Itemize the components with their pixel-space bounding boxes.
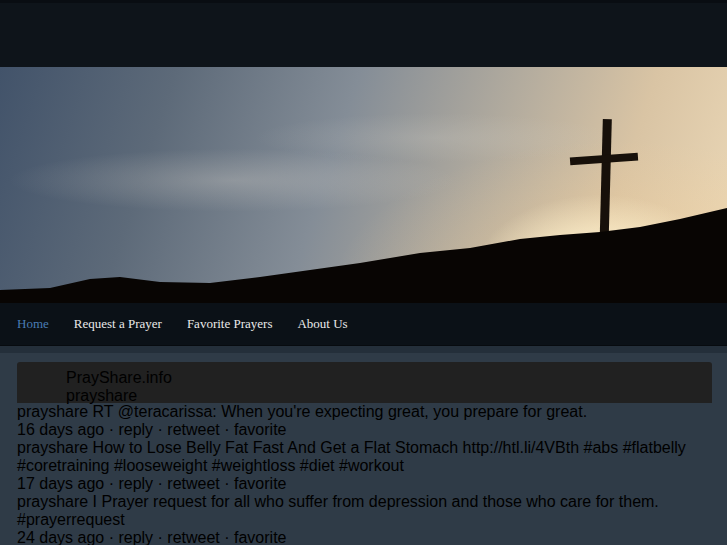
favorite-link[interactable]: favorite	[234, 529, 286, 545]
tweet-timestamp: 17 days ago	[17, 475, 104, 492]
page-body: PrayShare.info prayshare prayshare RT @t…	[0, 346, 727, 545]
tweet-row: prayshare RT @teracarissa: When you're e…	[17, 403, 712, 439]
tweet-meta: 16 days ago · reply · retweet · favorite	[17, 421, 712, 439]
tweet-meta: 24 days ago · reply · retweet · favorite	[17, 529, 712, 545]
nav-item-favorite-prayers[interactable]: Favorite Prayers	[187, 316, 273, 332]
tweet-text-segment: : When you're expecting great, you prepa…	[212, 403, 587, 420]
widget-title: PrayShare.info	[66, 369, 712, 387]
tweet-list: prayshare RT @teracarissa: When you're e…	[17, 403, 712, 545]
retweet-link[interactable]: retweet	[167, 529, 219, 545]
username-link[interactable]: prayshare	[17, 493, 88, 510]
nav-item-home[interactable]: Home	[17, 316, 49, 332]
reply-link[interactable]: reply	[118, 475, 153, 492]
cross-hill-silhouette	[0, 67, 727, 303]
widget-username[interactable]: prayshare	[66, 387, 712, 405]
twitter-feed-widget: PrayShare.info prayshare prayshare RT @t…	[17, 362, 712, 545]
tweet-text-segment: I Prayer request for all who suffer from…	[88, 493, 659, 510]
tweet-text: prayshare I Prayer request for all who s…	[17, 493, 659, 528]
main-nav: Home Request a Prayer Favorite Prayers A…	[0, 303, 727, 346]
favorite-link[interactable]: favorite	[234, 475, 286, 492]
tweet-text: prayshare How to Lose Belly Fat Fast And…	[17, 439, 686, 474]
reply-link[interactable]: reply	[118, 421, 153, 438]
twitter-widget-header: PrayShare.info prayshare	[17, 362, 712, 403]
tweet-text: prayshare RT @teracarissa: When you're e…	[17, 403, 587, 420]
tweet-row: prayshare How to Lose Belly Fat Fast And…	[17, 439, 712, 493]
favorite-link[interactable]: favorite	[234, 421, 286, 438]
tweet-text-segment: How to Lose Belly Fat Fast And Get a Fla…	[88, 439, 462, 456]
profile-avatar	[28, 369, 54, 395]
retweet-link[interactable]: retweet	[167, 475, 219, 492]
site-header	[0, 0, 727, 67]
tweet-row: prayshare I Prayer request for all who s…	[17, 493, 712, 545]
tweet-timestamp: 16 days ago	[17, 421, 104, 438]
tweet-text-segment: RT @	[88, 403, 134, 420]
tweet-avatar	[11, 7, 37, 33]
tweet-timestamp: 24 days ago	[17, 529, 104, 545]
mention-link[interactable]: teracarissa	[134, 403, 212, 420]
hero-image	[0, 67, 727, 303]
nav-item-about-us[interactable]: About Us	[297, 316, 347, 332]
retweet-link[interactable]: retweet	[167, 421, 219, 438]
tweet-meta: 17 days ago · reply · retweet · favorite	[17, 475, 712, 493]
hashtag-link[interactable]: #prayerrequest	[17, 511, 125, 528]
username-link[interactable]: prayshare	[17, 439, 88, 456]
reply-link[interactable]: reply	[118, 529, 153, 545]
username-link[interactable]: prayshare	[17, 403, 88, 420]
nav-item-request-a-prayer[interactable]: Request a Prayer	[74, 316, 162, 332]
